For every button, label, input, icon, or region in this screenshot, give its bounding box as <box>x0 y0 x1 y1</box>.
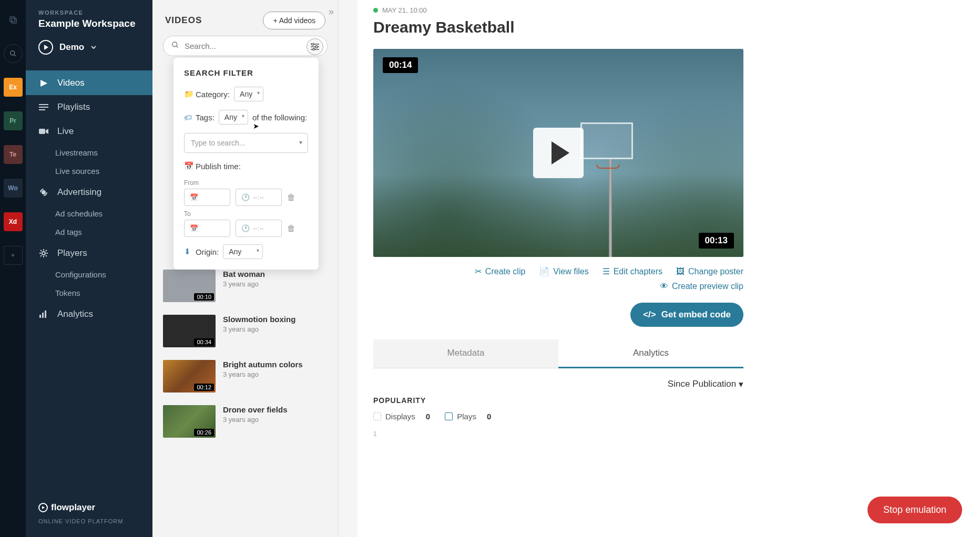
current-time-badge: 00:13 <box>699 233 734 249</box>
clear-to-icon[interactable]: 🗑 <box>287 224 295 233</box>
video-title: Bat woman <box>223 270 265 278</box>
video-age: 3 years ago <box>223 370 303 378</box>
workspace-name: Example Workspace <box>38 18 140 29</box>
create-clip-button[interactable]: ✂Create clip <box>475 266 525 276</box>
clear-from-icon[interactable]: 🗑 <box>287 193 295 202</box>
workspace-pr[interactable]: Pr <box>4 111 23 130</box>
video-item[interactable]: 00:10 Bat woman3 years ago <box>163 263 338 308</box>
get-embed-button[interactable]: </>Get embed code <box>630 303 743 327</box>
origin-select[interactable]: Any <box>223 244 263 259</box>
create-preview-button[interactable]: 👁Create preview clip <box>660 282 743 291</box>
sidebar: WORKSPACE Example Workspace Demo ▶Videos… <box>26 0 152 537</box>
list-icon: ☰ <box>603 266 610 276</box>
chart-y-axis: 1 <box>373 430 962 438</box>
svg-rect-1 <box>10 17 15 22</box>
svg-point-20 <box>313 48 315 50</box>
displays-legend-icon <box>373 412 381 420</box>
status-dot <box>373 8 378 13</box>
code-icon: </> <box>643 309 656 320</box>
image-icon: 🖼 <box>676 267 685 276</box>
nav-playlists[interactable]: Playlists <box>26 95 152 119</box>
play-button[interactable] <box>533 128 584 178</box>
nav-analytics[interactable]: Analytics <box>26 302 152 326</box>
workspace-xd[interactable]: Xd <box>4 212 23 231</box>
global-search-icon[interactable] <box>4 44 23 63</box>
view-files-button[interactable]: 📄View files <box>539 266 588 276</box>
from-time-input[interactable]: 🕐--:-- <box>236 189 282 206</box>
popularity-stats: Displays 0 Plays 0 <box>373 412 962 421</box>
popularity-heading: POPULARITY <box>373 396 962 405</box>
from-date-input[interactable]: 📅 <box>184 189 230 206</box>
edit-chapters-button[interactable]: ☰Edit chapters <box>603 266 662 276</box>
panel-title: VIDEOS <box>165 15 202 26</box>
to-label: To <box>184 210 308 218</box>
video-item[interactable]: 00:34 Slowmotion boxing3 years ago <box>163 308 338 354</box>
add-workspace-button[interactable]: + <box>4 246 23 265</box>
nav-live-sources[interactable]: Live sources <box>26 162 152 180</box>
video-player[interactable]: 00:14 00:13 <box>373 49 743 257</box>
workspace-te[interactable]: Te <box>4 145 23 164</box>
video-title: Bright autumn colors <box>223 360 303 369</box>
tab-metadata[interactable]: Metadata <box>373 339 558 368</box>
nav-videos[interactable]: ▶Videos <box>26 70 152 95</box>
video-item[interactable]: 00:26 Drone over fields3 years ago <box>163 399 338 444</box>
nav-live[interactable]: Live <box>26 119 152 143</box>
demo-selector[interactable]: Demo <box>38 40 140 55</box>
publish-label: Publish time: <box>196 162 241 171</box>
svg-point-8 <box>42 191 45 194</box>
scissors-icon: ✂ <box>475 266 482 276</box>
workspace-wo[interactable]: Wo <box>4 179 23 198</box>
chevron-down-icon <box>90 44 97 50</box>
nav-advertising[interactable]: Advertising <box>26 180 152 204</box>
clock-icon: 🕐 <box>241 193 250 201</box>
search-filter-popup: SEARCH FILTER 📁 Category: Any 🏷 Tags: An… <box>173 58 319 270</box>
copy-icon[interactable] <box>4 11 23 29</box>
chart-icon <box>38 311 49 318</box>
svg-rect-0 <box>12 18 16 23</box>
category-select[interactable]: Any <box>234 87 263 101</box>
nav-configurations[interactable]: Configurations <box>26 265 152 284</box>
scene-hoop <box>580 122 638 164</box>
tags-search-input[interactable]: Type to search... <box>184 133 308 153</box>
to-date-input[interactable]: 📅 <box>184 220 230 237</box>
nav-players[interactable]: Players <box>26 241 152 265</box>
svg-rect-7 <box>39 129 45 134</box>
video-list: 00:10 Bat woman3 years ago 00:34 Slowmot… <box>152 263 338 444</box>
nav-tokens[interactable]: Tokens <box>26 284 152 302</box>
scene-pole <box>609 159 612 257</box>
nav-livestreams[interactable]: Livestreams <box>26 143 152 162</box>
timerange-select[interactable]: Since Publication ▾ <box>373 379 743 390</box>
video-item[interactable]: 00:12 Bright autumn colors3 years ago <box>163 354 338 399</box>
to-time-input[interactable]: 🕐--:-- <box>236 220 282 237</box>
tab-analytics[interactable]: Analytics <box>558 339 743 368</box>
clock-icon: 🕐 <box>241 224 250 232</box>
from-label: From <box>184 179 308 187</box>
nav-ad-tags[interactable]: Ad tags <box>26 223 152 241</box>
plays-stat: Plays 0 <box>445 412 491 421</box>
change-poster-button[interactable]: 🖼Change poster <box>676 266 743 276</box>
svg-point-18 <box>312 43 314 45</box>
flowplayer-logo[interactable]: flowplayer <box>38 502 140 513</box>
svg-point-2 <box>10 51 14 55</box>
search-input[interactable] <box>163 36 328 56</box>
stop-emulation-button[interactable]: Stop emulation <box>867 497 962 523</box>
collapse-panel-icon[interactable]: » <box>329 6 334 17</box>
category-label: Category: <box>196 90 230 99</box>
tags-suffix: of the following: <box>252 113 307 122</box>
video-actions: ✂Create clip 📄View files ☰Edit chapters … <box>373 266 743 276</box>
add-videos-button[interactable]: + Add videos <box>263 12 325 29</box>
svg-point-13 <box>172 42 177 47</box>
filter-toggle-button[interactable] <box>307 38 323 55</box>
video-thumbnail: 00:26 <box>163 405 216 438</box>
download-icon: ⬇ <box>184 247 191 256</box>
tags-mode-select[interactable]: Any <box>219 110 248 125</box>
workspace-ex[interactable]: Ex <box>4 78 23 97</box>
calendar-icon: 📅 <box>184 161 191 171</box>
video-detail-panel: MAY 21, 10:00 Dreamy Basketball 00:14 00… <box>358 0 980 537</box>
svg-line-14 <box>176 46 178 47</box>
publish-date: MAY 21, 10:00 <box>373 6 962 14</box>
svg-line-3 <box>14 55 15 56</box>
video-age: 3 years ago <box>223 280 265 288</box>
eye-icon: 👁 <box>660 282 668 291</box>
nav-ad-schedules[interactable]: Ad schedules <box>26 204 152 223</box>
